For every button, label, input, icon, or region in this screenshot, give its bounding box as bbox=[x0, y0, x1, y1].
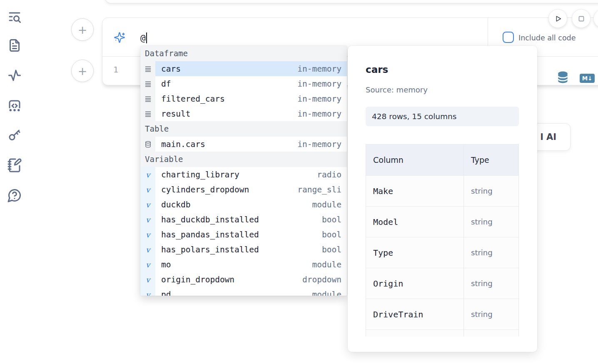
text-cursor bbox=[146, 32, 147, 43]
add-cell-below-button[interactable]: + bbox=[71, 60, 94, 82]
add-cell-above-button[interactable]: + bbox=[71, 18, 94, 41]
schema-row-clipped bbox=[366, 329, 518, 337]
help-circle-icon[interactable] bbox=[7, 188, 22, 203]
dataframe-icon bbox=[140, 91, 155, 106]
dataframe-preview-panel: cars Source: memory 428 rows, 15 columns… bbox=[348, 46, 537, 352]
previous-cell-edge bbox=[105, 0, 598, 3]
variable-icon: v bbox=[140, 182, 155, 197]
item-name: has_polars_installed bbox=[155, 245, 322, 254]
autocomplete-item[interactable]: resultin-memory bbox=[140, 106, 347, 121]
item-kind: module bbox=[312, 200, 347, 209]
key-icon[interactable] bbox=[7, 128, 22, 143]
item-kind: range_sli bbox=[297, 185, 347, 194]
notebook-pen-icon[interactable] bbox=[7, 158, 22, 173]
dataframe-icon bbox=[140, 61, 155, 76]
autocomplete-item[interactable]: vcylinders_dropdownrange_sli bbox=[140, 182, 347, 197]
preview-source: Source: memory bbox=[366, 85, 428, 94]
schema-row: Typestring bbox=[366, 237, 518, 268]
item-name: filtered_cars bbox=[155, 94, 297, 104]
schema-row: Makestring bbox=[366, 175, 518, 206]
item-name: df bbox=[155, 79, 297, 89]
editor-line-number: 1 bbox=[113, 65, 118, 75]
autocomplete-item[interactable]: vcharting_libraryradio bbox=[140, 167, 347, 182]
item-name: origin_dropdown bbox=[155, 275, 302, 284]
autocomplete-item[interactable]: vhas_polars_installedbool bbox=[140, 242, 347, 257]
autocomplete-item[interactable]: dfin-memory bbox=[140, 76, 347, 91]
database-icon[interactable] bbox=[556, 71, 569, 84]
file-text-icon[interactable] bbox=[7, 38, 22, 53]
run-cell-button[interactable] bbox=[548, 9, 567, 28]
item-kind: module bbox=[312, 290, 347, 296]
item-kind: in-memory bbox=[297, 64, 347, 74]
variable-icon: v bbox=[140, 287, 155, 296]
autocomplete-item[interactable]: main.carsin-memory bbox=[140, 137, 347, 152]
item-kind: dropdown bbox=[302, 275, 347, 284]
item-name: charting_library bbox=[155, 170, 317, 180]
stop-cell-button[interactable] bbox=[572, 9, 591, 28]
item-kind: in-memory bbox=[297, 94, 347, 104]
table-icon bbox=[140, 137, 155, 152]
sparkles-icon bbox=[114, 32, 125, 43]
item-name: has_duckdb_installed bbox=[155, 215, 322, 224]
dataframe-icon bbox=[140, 106, 155, 121]
code-snippet-icon[interactable] bbox=[7, 98, 22, 113]
item-name: main.cars bbox=[155, 140, 297, 149]
schema-row: Modelstring bbox=[366, 206, 518, 237]
autocomplete-section-header: Table bbox=[140, 121, 347, 137]
schema-column-name: DriveTrain bbox=[373, 309, 423, 319]
markdown-icon[interactable]: M↓ bbox=[580, 74, 595, 83]
list-search-icon[interactable] bbox=[7, 9, 22, 24]
schema-column-type: string bbox=[471, 248, 493, 257]
autocomplete-item[interactable]: vhas_pandas_installedbool bbox=[140, 227, 347, 242]
stop-icon bbox=[577, 14, 586, 23]
autocomplete-section-header: Variable bbox=[140, 152, 347, 167]
schema-header-column: Column bbox=[373, 155, 404, 165]
activity-icon[interactable] bbox=[7, 68, 22, 83]
variable-icon: v bbox=[140, 212, 155, 227]
autocomplete-item[interactable]: filtered_carsin-memory bbox=[140, 91, 347, 106]
schema-header-row: ColumnType bbox=[366, 145, 518, 175]
schema-column-name: Model bbox=[373, 217, 398, 227]
item-kind: bool bbox=[322, 245, 347, 254]
schema-column-type: string bbox=[471, 310, 493, 319]
variable-icon: v bbox=[140, 227, 155, 242]
variable-icon: v bbox=[140, 167, 155, 182]
autocomplete-dropdown[interactable]: Dataframecarsin-memorydfin-memoryfiltere… bbox=[140, 46, 347, 296]
variable-icon: v bbox=[140, 257, 155, 272]
variable-icon: v bbox=[140, 242, 155, 257]
autocomplete-item[interactable]: vorigin_dropdowndropdown bbox=[140, 272, 347, 287]
include-all-code-label: Include all code bbox=[518, 34, 576, 42]
plus-icon: + bbox=[78, 65, 87, 77]
schema-row: Originstring bbox=[366, 268, 518, 299]
schema-column-name: Make bbox=[373, 186, 393, 196]
item-kind: in-memory bbox=[297, 140, 347, 149]
item-name: result bbox=[155, 109, 297, 119]
variable-icon: v bbox=[140, 197, 155, 212]
autocomplete-item[interactable]: vduckdbmodule bbox=[140, 197, 347, 212]
schema-header-type: Type bbox=[471, 155, 489, 165]
autocomplete-section-header: Dataframe bbox=[140, 46, 347, 61]
autocomplete-item[interactable]: carsin-memory bbox=[140, 61, 347, 76]
item-name: mo bbox=[155, 260, 312, 269]
schema-column-type: string bbox=[471, 279, 493, 288]
preview-title: cars bbox=[366, 64, 388, 75]
schema-column-type: string bbox=[471, 187, 493, 195]
schema-column-type: string bbox=[471, 217, 493, 226]
item-kind: in-memory bbox=[297, 79, 347, 89]
include-all-code-checkbox[interactable] bbox=[503, 32, 514, 43]
item-name: duckdb bbox=[155, 200, 312, 209]
autocomplete-item[interactable]: vpdmodule bbox=[140, 287, 347, 296]
schema-column-name: Type bbox=[373, 248, 393, 258]
schema-row: DriveTrainstring bbox=[366, 299, 518, 329]
variable-icon: v bbox=[140, 272, 155, 287]
item-kind: module bbox=[312, 260, 347, 269]
preview-summary: 428 rows, 15 columns bbox=[366, 107, 519, 126]
autocomplete-item[interactable]: vhas_duckdb_installedbool bbox=[140, 212, 347, 227]
item-kind: bool bbox=[322, 215, 347, 224]
item-kind: radio bbox=[317, 170, 347, 180]
item-name: has_pandas_installed bbox=[155, 230, 322, 239]
item-name: cars bbox=[155, 64, 297, 74]
ai-prompt-input[interactable]: @ bbox=[140, 32, 147, 43]
item-kind: in-memory bbox=[297, 109, 347, 119]
autocomplete-item[interactable]: vmomodule bbox=[140, 257, 347, 272]
